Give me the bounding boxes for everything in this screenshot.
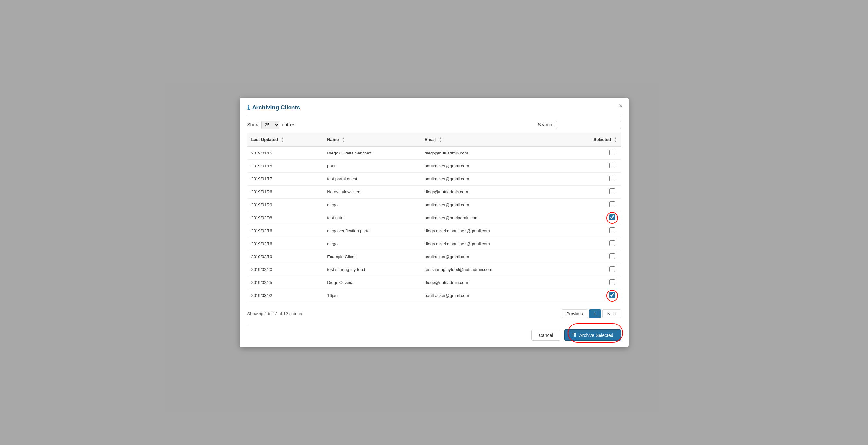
cell-name: 16jan [323,289,421,302]
cell-last-updated: 2019/02/20 [247,263,323,276]
show-entries-control: Show 10 25 50 100 entries [247,121,296,129]
cell-email: diego.oliveira.sanchez@gmail.com [421,225,562,237]
search-input[interactable] [556,121,621,129]
row-checkbox[interactable] [609,227,615,233]
cell-last-updated: 2019/01/15 [247,160,323,173]
cell-selected [562,250,621,263]
table-row: 2019/01/15paulpaultracker@gmail.com [247,160,621,173]
row-checkbox[interactable] [609,150,615,156]
row-checkbox[interactable] [609,292,615,298]
sort-arrows-email: ▲▼ [439,137,442,143]
table-footer: Showing 1 to 12 of 12 entries Previous 1… [247,307,621,318]
cell-email: diego@nutriadmin.com [421,276,562,289]
cell-email: testsharingmyfood@nutriadmin.com [421,263,562,276]
row-checkbox[interactable] [609,240,615,246]
cell-selected [562,173,621,185]
cell-last-updated: 2019/02/16 [247,237,323,250]
cell-last-updated: 2019/02/25 [247,276,323,289]
cell-last-updated: 2019/02/16 [247,225,323,237]
archive-selected-button[interactable]: 🗄 Archive Selected [564,330,621,341]
cell-selected [562,211,621,225]
table-row: 2019/03/0216janpaultracker@gmail.com [247,289,621,302]
page-1-button[interactable]: 1 [589,309,601,318]
cell-name: diego [323,237,421,250]
cell-name: test nutri [323,211,421,225]
cell-email: paultracker@gmail.com [421,250,562,263]
row-checkbox[interactable] [609,214,615,220]
table-row: 2019/02/25Diego Oliveiradiego@nutriadmin… [247,276,621,289]
cancel-button[interactable]: Cancel [531,330,561,341]
col-name[interactable]: Name ▲▼ [323,133,421,147]
modal-header: ℹ Archiving Clients × [247,104,621,115]
cell-email: diego.oliveira.sanchez@gmail.com [421,237,562,250]
row-checkbox[interactable] [609,253,615,259]
table-row: 2019/02/16diego verification portaldiego… [247,225,621,237]
row-checkbox[interactable] [609,175,615,181]
cell-selected [562,160,621,173]
row-checkbox[interactable] [609,279,615,285]
cell-last-updated: 2019/01/15 [247,146,323,160]
table-row: 2019/02/08test nutripaultracker@nutriadm… [247,211,621,225]
search-label: Search: [537,122,553,127]
cell-name: diego [323,199,421,211]
cell-last-updated: 2019/01/29 [247,199,323,211]
cell-email: paultracker@nutriadmin.com [421,211,562,225]
entries-per-page-select[interactable]: 10 25 50 100 [261,121,279,129]
cell-name: Diego Oliveira Sanchez [323,146,421,160]
cell-selected [562,237,621,250]
entries-label: entries [282,122,296,127]
archiving-clients-modal: ℹ Archiving Clients × Show 10 25 50 100 … [240,98,629,347]
clients-table: Last Updated ▲▼ Name ▲▼ Email ▲▼ Selecte… [247,133,621,303]
search-box: Search: [537,121,621,129]
cell-last-updated: 2019/02/19 [247,250,323,263]
cell-name: test portal quest [323,173,421,185]
cell-email: diego@nutriadmin.com [421,146,562,160]
cell-name: paul [323,160,421,173]
cell-last-updated: 2019/03/02 [247,289,323,302]
cell-selected [562,225,621,237]
table-body: 2019/01/15Diego Oliveira Sanchezdiego@nu… [247,146,621,302]
cell-name: Example Client [323,250,421,263]
table-row: 2019/02/19Example Clientpaultracker@gmai… [247,250,621,263]
row-checkbox[interactable] [609,201,615,207]
next-button[interactable]: Next [602,309,621,318]
table-controls: Show 10 25 50 100 entries Search: [247,121,621,129]
modal-title: Archiving Clients [252,104,300,111]
cell-name: test sharing my food [323,263,421,276]
modal-overlay: ℹ Archiving Clients × Show 10 25 50 100 … [0,0,868,445]
row-checkbox[interactable] [609,163,615,168]
cell-email: paultracker@gmail.com [421,199,562,211]
cell-last-updated: 2019/02/08 [247,211,323,225]
table-row: 2019/02/20test sharing my foodtestsharin… [247,263,621,276]
cell-email: paultracker@gmail.com [421,289,562,302]
cell-email: paultracker@gmail.com [421,160,562,173]
col-selected[interactable]: Selected ▲▼ [562,133,621,147]
cell-last-updated: 2019/01/17 [247,173,323,185]
cell-selected [562,146,621,160]
table-row: 2019/01/26No overview clientdiego@nutria… [247,185,621,199]
pagination: Previous 1 Next [562,309,621,318]
show-label: Show [247,122,259,127]
previous-button[interactable]: Previous [562,309,588,318]
close-button[interactable]: × [619,102,623,109]
sort-arrows-name: ▲▼ [342,137,345,143]
modal-footer: Cancel 🗄 Archive Selected [247,324,621,341]
table-row: 2019/01/17test portal questpaultracker@g… [247,173,621,185]
cell-selected [562,199,621,211]
col-last-updated[interactable]: Last Updated ▲▼ [247,133,323,147]
cell-name: No overview client [323,185,421,199]
table-row: 2019/01/29diegopaultracker@gmail.com [247,199,621,211]
table-row: 2019/01/15Diego Oliveira Sanchezdiego@nu… [247,146,621,160]
cell-email: paultracker@gmail.com [421,173,562,185]
row-checkbox[interactable] [609,266,615,272]
cell-name: diego verification portal [323,225,421,237]
entries-info: Showing 1 to 12 of 12 entries [247,311,302,316]
archive-label: Archive Selected [579,333,613,338]
col-email[interactable]: Email ▲▼ [421,133,562,147]
sort-arrows-last-updated: ▲▼ [281,137,284,143]
info-icon: ℹ [247,104,250,111]
cell-name: Diego Oliveira [323,276,421,289]
row-checkbox[interactable] [609,189,615,194]
table-row: 2019/02/16diegodiego.oliveira.sanchez@gm… [247,237,621,250]
sort-arrows-selected: ▲▼ [614,137,617,143]
